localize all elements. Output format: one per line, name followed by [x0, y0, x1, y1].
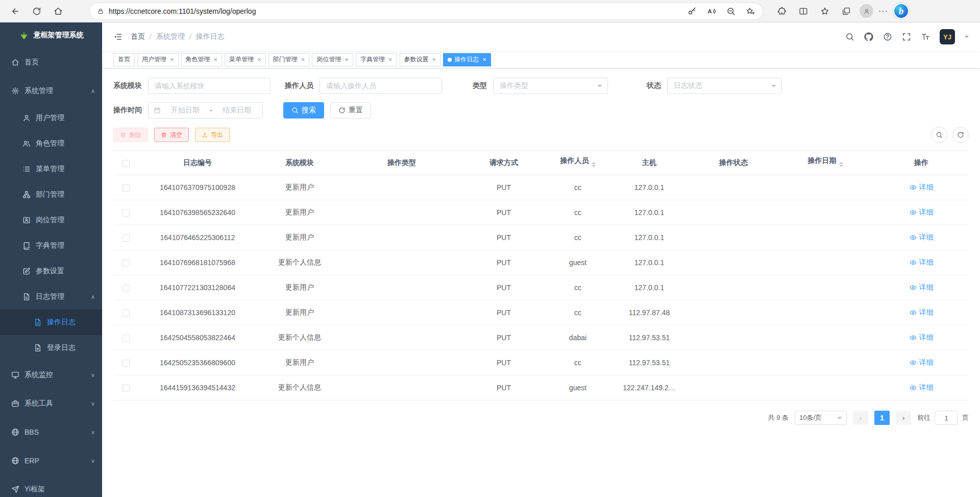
next-page-button[interactable]: › — [896, 411, 911, 425]
font-size-icon[interactable] — [921, 32, 930, 41]
sidebar-menu-item[interactable]: 菜单管理 — [0, 156, 102, 182]
github-icon[interactable] — [864, 32, 873, 41]
view-tab[interactable]: 字典管理 × — [356, 53, 397, 66]
show-search-toggle[interactable] — [931, 127, 947, 143]
column-header[interactable]: 操作类型 — [343, 151, 460, 175]
row-checkbox[interactable] — [122, 259, 130, 267]
profile-avatar[interactable] — [860, 4, 873, 18]
column-header[interactable]: 操作 — [874, 151, 969, 175]
close-tab-icon[interactable]: × — [432, 56, 436, 63]
close-tab-icon[interactable]: × — [257, 56, 261, 63]
view-tab[interactable]: 角色管理 × — [181, 53, 223, 66]
row-checkbox[interactable] — [122, 234, 130, 242]
export-button[interactable]: 导出 — [195, 128, 230, 142]
view-tab[interactable]: 参数设置 × — [400, 53, 441, 66]
collections-icon[interactable] — [838, 3, 854, 19]
view-tab[interactable]: 用户管理 × — [137, 53, 179, 66]
breadcrumb-item[interactable]: 系统管理 — [156, 32, 185, 41]
url-bar[interactable]: https://ccnetcore.com:1101/system/log/op… — [90, 3, 763, 19]
favorites-icon[interactable] — [817, 3, 833, 19]
sidebar-menu-item[interactable]: 参数设置 — [0, 258, 102, 284]
close-tab-icon[interactable]: × — [214, 56, 218, 63]
close-tab-icon[interactable]: × — [482, 56, 486, 63]
sidebar-menu-item[interactable]: 角色管理 — [0, 131, 102, 156]
status-select[interactable]: 日志状态 — [667, 78, 782, 94]
goto-page-input[interactable] — [935, 411, 958, 425]
breadcrumb-item[interactable]: 首页 — [131, 32, 145, 41]
column-header[interactable]: 操作人员 — [547, 151, 608, 175]
fullscreen-icon[interactable] — [902, 32, 911, 41]
page-size-select[interactable]: 10条/页 — [795, 411, 847, 425]
operator-input[interactable] — [320, 78, 442, 94]
add-favorite-icon[interactable] — [742, 3, 758, 19]
delete-button[interactable]: 删除 — [113, 128, 148, 142]
column-header[interactable]: 系统模块 — [256, 151, 343, 175]
user-avatar[interactable]: YJ — [940, 29, 955, 44]
sidebar-menu-item[interactable]: 首页 — [0, 48, 102, 77]
detail-link[interactable]: 详细 — [910, 333, 934, 342]
sidebar-menu-item[interactable]: 日志管理 ∧ — [0, 284, 102, 310]
browser-menu-icon[interactable]: ··· — [878, 7, 888, 16]
sort-carets-icon[interactable] — [592, 160, 596, 169]
column-header[interactable]: 日志编号 — [139, 151, 256, 175]
breadcrumb-item[interactable]: 操作日志 — [196, 32, 225, 41]
sidebar-menu-item[interactable]: 用户管理 — [0, 105, 102, 131]
clear-button[interactable]: 清空 — [154, 128, 189, 142]
view-tab[interactable]: 岗位管理 × — [312, 53, 353, 66]
column-header[interactable]: 操作日期 — [777, 151, 874, 175]
help-icon[interactable] — [883, 32, 892, 41]
detail-link[interactable]: 详细 — [910, 358, 934, 367]
row-checkbox[interactable] — [122, 209, 130, 217]
split-screen-icon[interactable] — [795, 3, 812, 19]
page-number-button[interactable]: 1 — [874, 411, 890, 425]
row-checkbox[interactable] — [122, 285, 130, 292]
close-tab-icon[interactable]: × — [170, 56, 174, 63]
view-tab[interactable]: 菜单管理 × — [225, 53, 266, 66]
column-header[interactable]: 请求方式 — [460, 151, 547, 175]
sidebar-menu-item[interactable]: 系统工具 ∨ — [0, 389, 102, 418]
zoom-icon[interactable] — [723, 3, 739, 19]
detail-link[interactable]: 详细 — [910, 208, 934, 217]
close-tab-icon[interactable]: × — [345, 56, 349, 63]
type-select[interactable]: 操作类型 — [493, 78, 608, 94]
detail-link[interactable]: 详细 — [910, 283, 934, 292]
home-button[interactable] — [50, 3, 66, 19]
bing-icon[interactable]: b — [893, 3, 909, 19]
back-button[interactable] — [7, 3, 23, 19]
row-checkbox[interactable] — [122, 310, 130, 317]
password-key-icon[interactable] — [684, 3, 700, 19]
refresh-table-button[interactable] — [952, 127, 969, 143]
sidebar-menu-item[interactable]: 系统监控 ∨ — [0, 361, 102, 389]
sidebar-menu-item[interactable]: 登录日志 — [0, 335, 102, 361]
refresh-button[interactable] — [29, 3, 45, 19]
search-button[interactable]: 搜索 — [283, 102, 324, 119]
close-tab-icon[interactable]: × — [301, 56, 305, 63]
column-header[interactable]: 操作状态 — [690, 151, 777, 175]
view-tab[interactable]: 操作日志 × — [443, 53, 491, 66]
detail-link[interactable]: 详细 — [910, 258, 934, 267]
row-checkbox[interactable] — [122, 335, 130, 342]
prev-page-button[interactable]: ‹ — [853, 411, 868, 425]
detail-link[interactable]: 详细 — [910, 383, 934, 392]
view-tab[interactable]: 首页 — [113, 53, 135, 66]
detail-link[interactable]: 详细 — [910, 183, 934, 192]
sort-carets-icon[interactable] — [839, 160, 843, 169]
select-all-checkbox[interactable] — [122, 160, 130, 167]
sidebar-menu-item[interactable]: Yi框架 — [0, 475, 102, 497]
row-checkbox[interactable] — [122, 385, 130, 392]
sidebar-menu-item[interactable]: 操作日志 — [0, 310, 102, 335]
sidebar-menu-item[interactable]: 字典管理 — [0, 233, 102, 258]
row-checkbox[interactable] — [122, 184, 130, 192]
sidebar-menu-item[interactable]: 岗位管理 — [0, 207, 102, 233]
detail-link[interactable]: 详细 — [910, 233, 934, 242]
sidebar-toggle-icon[interactable] — [113, 32, 122, 41]
header-search-icon[interactable] — [845, 32, 854, 41]
sidebar-menu-item[interactable]: ERP ∨ — [0, 446, 102, 475]
extensions-icon[interactable] — [774, 3, 790, 19]
view-tab[interactable]: 部门管理 × — [268, 53, 310, 66]
sidebar-menu-item[interactable]: 系统管理 ∧ — [0, 77, 102, 105]
sidebar-menu-item[interactable]: BBS ∨ — [0, 418, 102, 446]
detail-link[interactable]: 详细 — [910, 308, 934, 317]
reset-button[interactable]: 重置 — [330, 102, 371, 119]
date-range-picker[interactable]: 开始日期 - 结束日期 — [148, 102, 263, 119]
